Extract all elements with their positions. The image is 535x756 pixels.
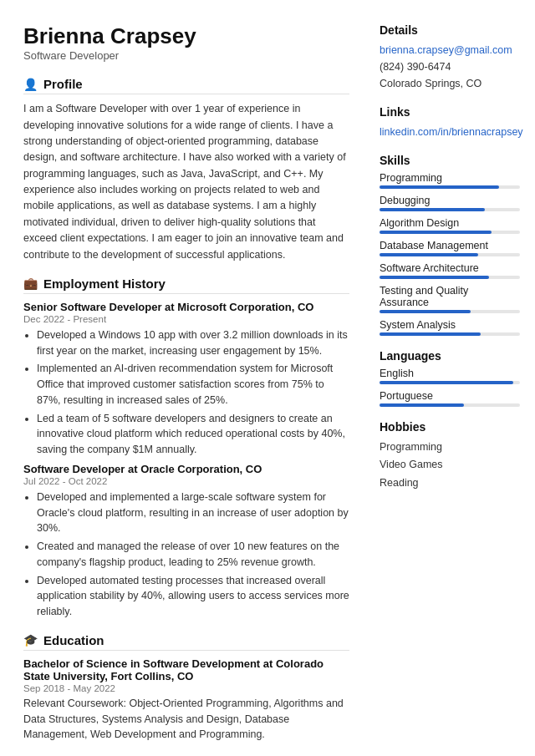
language-bar-bg	[380, 403, 520, 407]
skills-section: Skills ProgrammingDebuggingAlgorithm Des…	[380, 154, 520, 336]
job-title: Software Developer at Oracle Corporation…	[23, 463, 349, 475]
skill-bar-bg	[380, 332, 520, 336]
job-title: Senior Software Developer at Microsoft C…	[23, 301, 349, 313]
employment-section: 💼 Employment History Senior Software Dev…	[23, 277, 349, 620]
candidate-name: Brienna Crapsey	[23, 23, 349, 49]
education-list: Bachelor of Science in Software Developm…	[23, 657, 349, 743]
profile-text: I am a Software Developer with over 1 ye…	[23, 101, 349, 263]
language-label: Portuguese	[380, 390, 520, 402]
skill-item: Database Management	[380, 240, 520, 256]
skill-label: Algorithm Design	[380, 217, 520, 229]
links-section: Links linkedin.com/in/briennacrapsey	[380, 105, 520, 140]
skill-bar-fill	[380, 208, 485, 211]
skill-bar-fill	[380, 185, 499, 189]
skill-bar-bg	[380, 185, 520, 189]
hobbies-heading: Hobbies	[380, 420, 520, 434]
skill-bar-bg	[380, 208, 520, 211]
skill-bar-bg	[380, 310, 520, 313]
job-bullets: Developed and implemented a large-scale …	[23, 490, 349, 620]
skill-item: Algorithm Design	[380, 217, 520, 234]
profile-icon: 👤	[23, 78, 38, 91]
job-bullet: Implemented an AI-driven recommendation …	[37, 361, 349, 408]
phone-text: (824) 390-6474	[380, 58, 520, 75]
hobby-item: Reading	[380, 474, 520, 492]
job-bullet: Developed a Windows 10 app with over 3.2…	[37, 327, 349, 359]
skills-list: ProgrammingDebuggingAlgorithm DesignData…	[380, 172, 520, 336]
languages-list: EnglishPortuguese	[380, 368, 520, 407]
employment-heading: 💼 Employment History	[23, 277, 349, 294]
language-bar-bg	[380, 381, 520, 384]
profile-heading: 👤 Profile	[23, 77, 349, 94]
job-bullet: Developed and implemented a large-scale …	[37, 490, 349, 536]
job-item: Senior Software Developer at Microsoft C…	[23, 301, 349, 458]
profile-section: 👤 Profile I am a Software Developer with…	[23, 77, 349, 263]
job-date: Jul 2022 - Oct 2022	[23, 476, 349, 486]
education-section: 🎓 Education Bachelor of Science in Softw…	[23, 633, 349, 743]
jobs-list: Senior Software Developer at Microsoft C…	[23, 301, 349, 620]
job-bullets: Developed a Windows 10 app with over 3.2…	[23, 327, 349, 458]
languages-heading: Languages	[380, 349, 520, 363]
skill-bar-fill	[380, 253, 478, 256]
edu-date: Sep 2018 - May 2022	[23, 683, 349, 693]
details-heading: Details	[380, 23, 520, 37]
skills-heading: Skills	[380, 154, 520, 167]
skill-label: Debugging	[380, 195, 520, 206]
skill-label: Testing and Quality Assurance	[380, 285, 520, 308]
language-label: English	[380, 368, 520, 379]
skill-label: Software Architecture	[380, 262, 520, 274]
skill-item: Testing and Quality Assurance	[380, 285, 520, 313]
hobbies-list: ProgrammingVideo GamesReading	[380, 439, 520, 492]
job-item: Software Developer at Oracle Corporation…	[23, 463, 349, 620]
skill-item: Software Architecture	[380, 262, 520, 279]
skill-item: Programming	[380, 172, 520, 189]
hobby-item: Programming	[380, 439, 520, 456]
job-bullet: Created and managed the release of over …	[37, 539, 349, 571]
skill-item: Debugging	[380, 195, 520, 211]
linkedin-link[interactable]: linkedin.com/in/briennacrapsey	[380, 124, 520, 140]
job-bullet: Led a team of 5 software developers and …	[37, 411, 349, 458]
location-text: Colorado Springs, CO	[380, 75, 520, 92]
links-heading: Links	[380, 105, 520, 119]
languages-section: Languages EnglishPortuguese	[380, 349, 520, 407]
hobby-item: Video Games	[380, 456, 520, 474]
skill-item: System Analysis	[380, 319, 520, 336]
skill-bar-fill	[380, 310, 471, 313]
skill-label: Database Management	[380, 240, 520, 251]
skill-bar-fill	[380, 332, 481, 336]
skill-bar-bg	[380, 231, 520, 234]
education-heading: 🎓 Education	[23, 633, 349, 651]
skill-label: System Analysis	[380, 319, 520, 331]
edu-text: Relevant Coursework: Object-Oriented Pro…	[23, 696, 349, 743]
job-bullet: Developed automated testing processes th…	[37, 573, 349, 620]
email-link[interactable]: brienna.crapsey@gmail.com	[380, 42, 520, 58]
skill-bar-bg	[380, 253, 520, 256]
candidate-title: Software Developer	[23, 49, 349, 62]
header: Brienna Crapsey Software Developer	[23, 23, 349, 62]
skill-label: Programming	[380, 172, 520, 184]
skill-bar-fill	[380, 231, 492, 234]
education-icon: 🎓	[23, 633, 38, 647]
edu-item: Bachelor of Science in Software Developm…	[23, 657, 349, 743]
language-item: English	[380, 368, 520, 384]
employment-icon: 💼	[23, 277, 38, 290]
job-date: Dec 2022 - Present	[23, 314, 349, 324]
hobbies-section: Hobbies ProgrammingVideo GamesReading	[380, 420, 520, 492]
language-item: Portuguese	[380, 390, 520, 407]
language-bar-fill	[380, 381, 513, 384]
edu-title: Bachelor of Science in Software Developm…	[23, 657, 349, 682]
skill-bar-bg	[380, 276, 520, 279]
language-bar-fill	[380, 403, 464, 407]
skill-bar-fill	[380, 276, 489, 279]
details-section: Details brienna.crapsey@gmail.com (824) …	[380, 23, 520, 92]
